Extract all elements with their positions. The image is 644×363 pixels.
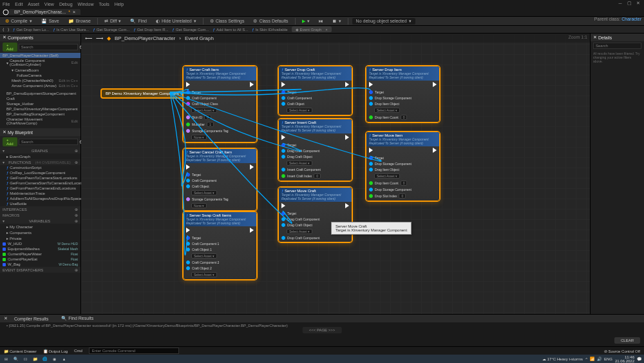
add-graph-icon[interactable]: ⊕	[75, 148, 78, 153]
none-dropdown[interactable]: None ▾	[191, 203, 207, 208]
pin-craft-obj1[interactable]	[186, 248, 190, 251]
var-wbag[interactable]: W_BagW Demo Bag	[0, 262, 80, 267]
language-indicator[interactable]: ENG	[604, 357, 612, 361]
breadcrumb-bp[interactable]: BP_DemoPlayerCharacter	[115, 35, 175, 41]
minimize-icon[interactable]: ─	[617, 0, 623, 6]
exec-out-pin[interactable]	[433, 148, 437, 153]
menu-view[interactable]: View	[44, 2, 54, 6]
start-icon[interactable]: ⊞	[3, 355, 10, 362]
pin-craft-obj[interactable]	[186, 184, 190, 188]
pin-target[interactable]	[281, 143, 285, 147]
add-component-button[interactable]: + Add	[3, 43, 17, 52]
nav-fwd[interactable]: ⟩	[8, 27, 9, 32]
event-graph-canvas[interactable]: ⟵ ⟶ ◆ BP_DemoPlayerCharacter › Event Gra…	[81, 34, 590, 346]
pin-storage-tag[interactable]	[186, 197, 190, 201]
var-whud[interactable]: W_HUDW Demo HUD	[0, 241, 80, 246]
chrome-icon[interactable]: 🌐	[41, 355, 48, 362]
node-component-var[interactable]: BP Demo XInventory Manager Component	[100, 88, 189, 99]
tab-close-icon[interactable]: ×	[73, 10, 75, 14]
exec-in-pin[interactable]	[186, 228, 190, 233]
exec-in-pin[interactable]	[186, 164, 190, 170]
func-tab-1[interactable]: ƒIs Can Use Stora...	[53, 28, 89, 32]
pin-craft-comp2[interactable]	[186, 260, 190, 264]
node-server-cancel-craft[interactable]: ƒ Server Cancel Craft ItemTarget is XInv…	[183, 148, 257, 211]
component-charmovement[interactable]: Character Movement (CharMoveComp) Edit	[0, 117, 80, 126]
pin-insert-craft-idx[interactable]	[281, 174, 285, 178]
diff-button[interactable]: ⇄Diff▾	[102, 18, 124, 25]
event-graph-tab[interactable]: ◆Event Graph×	[292, 26, 332, 32]
pin-target[interactable]	[281, 90, 285, 94]
network-icon[interactable]: 📶	[590, 357, 594, 361]
pin-storage-tag[interactable]	[186, 129, 190, 133]
pin-craft-comp[interactable]	[281, 96, 285, 100]
var-eat[interactable]: CurrentPlayerEatFloat	[0, 257, 80, 262]
explorer-icon[interactable]: 📁	[32, 355, 39, 362]
exec-out-pin[interactable]	[345, 203, 349, 208]
component-capsule[interactable]: ▾ Capsule Component (CollisionCylinder) …	[0, 58, 80, 67]
search-icon[interactable]: 🔍	[12, 355, 19, 362]
func-6[interactable]: ƒAddItemToAllStoragesAndDropIfNoSpace	[0, 196, 80, 201]
exec-in-pin[interactable]	[281, 203, 285, 208]
pin-target[interactable]	[281, 211, 285, 215]
taskview-icon[interactable]: ⊡	[22, 355, 29, 362]
func-5[interactable]: ƒMakInteractionTrace	[0, 191, 80, 196]
clear-button[interactable]: CLEAR	[614, 337, 640, 344]
pin-drag-item-obj[interactable]	[369, 168, 373, 172]
add-icon[interactable]: ⊕	[75, 213, 78, 217]
pin-drag-craft-obj[interactable]	[281, 223, 285, 227]
func-tab-2[interactable]: ƒGet Storage Com...	[93, 28, 129, 32]
menu-debug[interactable]: Debug	[59, 2, 73, 6]
pin-craft-comp[interactable]	[186, 96, 190, 100]
app-icon[interactable]: ▲	[61, 355, 68, 362]
pin-craft-obj[interactable]	[281, 102, 285, 106]
asset-dropdown[interactable]: Select Asset ▾	[287, 161, 312, 166]
page-nav[interactable]: <<< PAGE >>>	[303, 327, 342, 333]
menu-tools[interactable]: Tools	[99, 2, 109, 6]
save-button[interactable]: 💾Save	[39, 18, 62, 25]
close-icon[interactable]: ✕	[635, 0, 641, 6]
parent-class-link[interactable]: Character	[621, 17, 641, 21]
func-tab-0[interactable]: ƒGet Drop Item Lo...	[13, 28, 49, 32]
asset-dropdown[interactable]: Select Asset ▾	[374, 108, 400, 113]
variables-section[interactable]: ▾ VARIABLES⊕	[0, 218, 80, 224]
pin-target[interactable]	[186, 236, 190, 240]
var-group-0[interactable]: ▸ My Character	[0, 224, 80, 230]
compiler-results-tab[interactable]: Compiler Results	[14, 317, 48, 321]
asset-dropdown[interactable]: Select Asset ▾	[287, 229, 312, 234]
component-followcamera[interactable]: FollowCamera	[0, 73, 80, 78]
component-extra-3[interactable]: BP_DemoXInventoryManagerComponent	[0, 106, 80, 112]
add-bp-button[interactable]: + Add	[3, 137, 17, 146]
asset-dropdown[interactable]: Select Asset ▾	[374, 173, 400, 179]
exec-out-pin[interactable]	[345, 82, 349, 87]
asset-dropdown[interactable]: Select Asset ▾	[191, 272, 217, 277]
func-tab-6[interactable]: ƒIs Skin IDAvailable	[252, 28, 287, 32]
find-results-tab[interactable]: 🔍 Find Results	[61, 316, 93, 321]
add-icon[interactable]: ⊕	[75, 207, 78, 211]
close-panel-icon[interactable]: ✕	[3, 35, 6, 40]
pin-target[interactable]	[186, 173, 190, 177]
exec-out-pin[interactable]	[345, 135, 349, 140]
component-search-input[interactable]	[19, 44, 78, 50]
exec-in-pin[interactable]	[186, 82, 190, 87]
func-7[interactable]: ƒUseBottle	[0, 201, 80, 206]
asset-dropdown[interactable]: Select Asset ▾	[191, 253, 217, 259]
component-root[interactable]: BP_DemoPlayerCharacter (Self)	[0, 53, 80, 58]
pin-target[interactable]	[186, 90, 190, 94]
asset-dropdown[interactable]: Select Asset ▾	[287, 108, 312, 113]
pin-craft-comp[interactable]	[186, 179, 190, 182]
component-extra-0[interactable]: BP_DemoEquipmentStorageComponent	[0, 91, 80, 96]
node-server-drop-item[interactable]: ƒ Server Drop ItemTarget is XInventory M…	[366, 66, 440, 123]
step-button[interactable]: ⏭	[316, 18, 326, 24]
var-water[interactable]: CurrentPlayerWaterFloat	[0, 251, 80, 257]
breadcrumb-graph[interactable]: Event Graph	[185, 35, 214, 41]
pin-drag-craft-comp[interactable]	[281, 149, 285, 153]
asset-dropdown[interactable]: Select Asset ▾	[191, 108, 217, 113]
macros-section[interactable]: MACROS⊕	[0, 212, 80, 218]
source-control-button[interactable]: ⊘ Source Control Off	[604, 349, 640, 353]
interfaces-section[interactable]: INTERFACES⊕	[0, 206, 80, 212]
content-drawer-button[interactable]: 📁 Content Drawer	[4, 349, 37, 353]
menu-asset[interactable]: Asset	[28, 2, 39, 6]
var-group-2[interactable]: ▸ Private	[0, 235, 80, 241]
exec-out-pin[interactable]	[250, 164, 254, 170]
exec-in-pin[interactable]	[281, 82, 285, 87]
